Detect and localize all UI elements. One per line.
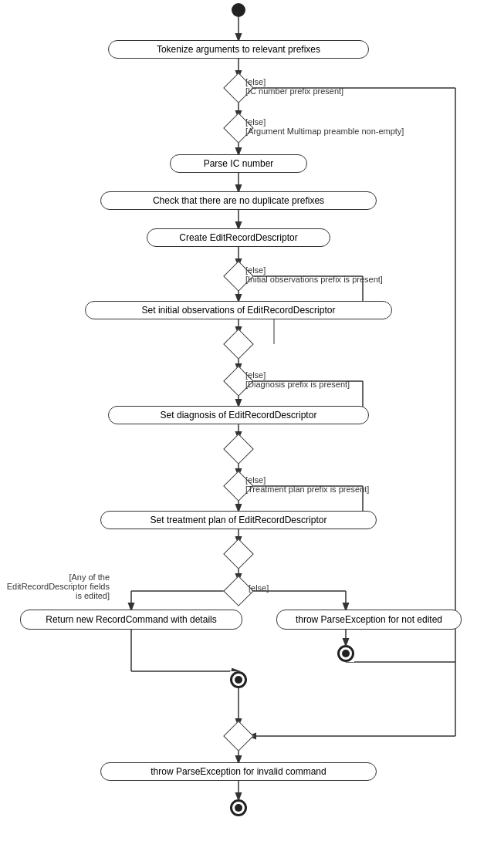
- check-dup-label: Check that there are no duplicate prefix…: [153, 195, 324, 206]
- check-dup-node: Check that there are no duplicate prefix…: [100, 191, 377, 210]
- create-erd-node: Create EditRecordDescriptor: [147, 228, 330, 247]
- diamond10-node: [228, 725, 249, 747]
- diamond4: [223, 329, 254, 360]
- return-new-node: Return new RecordCommand with details: [20, 610, 242, 630]
- end3-inner: [235, 804, 242, 812]
- diamond6: [223, 434, 254, 464]
- start-node: [232, 3, 245, 17]
- end3-circle: [230, 799, 247, 816]
- ic-present-label: [IC number prefix present]: [245, 86, 343, 96]
- diag-present-label: [Diagnosis prefix is present]: [245, 380, 350, 389]
- else4-label: [else]: [245, 370, 266, 380]
- diamond10: [223, 721, 254, 751]
- set-treat-node: Set treatment plan of EditRecordDescript…: [100, 511, 377, 529]
- return-new-label: Return new RecordCommand with details: [46, 614, 216, 625]
- obs-present-label: [Initial observations prefix is present]: [245, 275, 383, 284]
- multimap-label: [Argument Multimap preamble non-empty]: [245, 127, 404, 136]
- create-erd-label: Create EditRecordDescriptor: [179, 232, 297, 243]
- diamond8-node: [228, 543, 249, 565]
- diamond8: [223, 539, 254, 569]
- end1-circle: [337, 645, 354, 662]
- edited-label: [Any of the EditRecordDescriptor fields …: [2, 572, 110, 600]
- end2-circle: [230, 671, 247, 688]
- parse-ic-label: Parse IC number: [204, 158, 274, 169]
- diamond6-node: [228, 438, 249, 460]
- set-treat-label: Set treatment plan of EditRecordDescript…: [151, 515, 327, 525]
- else5-label: [else]: [245, 475, 266, 485]
- else6-label: [else]: [249, 583, 269, 593]
- end2-node: [230, 671, 247, 688]
- end2-inner: [235, 676, 242, 684]
- else3-label: [else]: [245, 265, 266, 275]
- set-diag-node: Set diagnosis of EditRecordDescriptor: [108, 406, 369, 424]
- else1-label: [else]: [245, 77, 266, 86]
- activity-diagram: Tokenize arguments to relevant prefixes …: [0, 0, 477, 868]
- diamond9-node: [228, 580, 249, 602]
- tokenize-node: Tokenize arguments to relevant prefixes: [108, 40, 369, 59]
- throw-invalid-label: throw ParseException for invalid command: [151, 766, 326, 777]
- else2-label: [else]: [245, 117, 266, 127]
- set-obs-label: Set initial observations of EditRecordDe…: [142, 305, 336, 316]
- start-circle: [232, 3, 245, 17]
- end3-node: [230, 799, 247, 816]
- diamond4-node: [228, 333, 249, 355]
- end1-inner: [342, 650, 350, 657]
- tokenize-label: Tokenize arguments to relevant prefixes: [157, 44, 320, 55]
- treat-present-label: [Treatment plan prefix is present]: [245, 485, 369, 494]
- parse-ic-node: Parse IC number: [170, 154, 307, 173]
- throw-not-edited-label: throw ParseException for not edited: [296, 614, 442, 625]
- end1-node: [337, 645, 354, 662]
- set-obs-node: Set initial observations of EditRecordDe…: [85, 301, 392, 319]
- throw-not-edited-node: throw ParseException for not edited: [276, 610, 462, 630]
- set-diag-label: Set diagnosis of EditRecordDescriptor: [161, 410, 317, 420]
- throw-invalid-node: throw ParseException for invalid command: [100, 762, 377, 781]
